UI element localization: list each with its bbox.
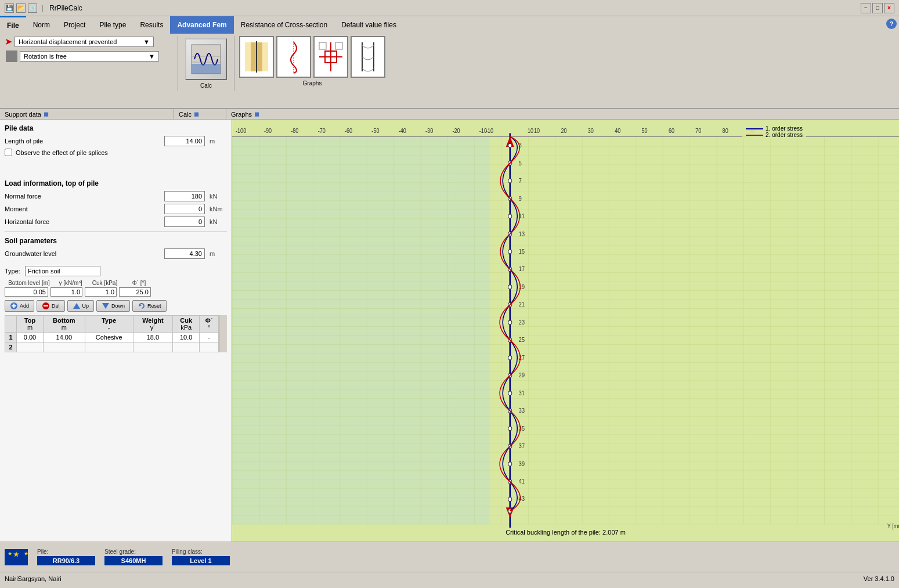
- close-button[interactable]: ×: [884, 3, 894, 13]
- phi-input[interactable]: [119, 287, 151, 297]
- title-bar: 💾 📂 💿 | RrPileCalc − □ ×: [0, 0, 899, 16]
- calc-button[interactable]: [185, 38, 227, 80]
- graph-svg: -100 -90 -80 -70 -60 -50 -40 -30 -20 -10…: [232, 120, 899, 542]
- horizontal-force-input[interactable]: [164, 217, 205, 227]
- horizontal-force-row: Horizontal force kN: [5, 217, 227, 227]
- svg-point-75: [508, 497, 512, 502]
- svg-text:15: 15: [519, 248, 525, 255]
- menu-file[interactable]: File: [0, 16, 26, 34]
- row2-bottom: [43, 342, 85, 352]
- row1-weight: 18.0: [133, 333, 173, 342]
- calc-expand[interactable]: ◼: [194, 110, 199, 118]
- svg-text:10: 10: [534, 128, 540, 135]
- pile-data-title: Pile data: [5, 124, 227, 132]
- piling-status-label: Piling class:: [172, 549, 230, 555]
- normal-force-input[interactable]: [164, 191, 205, 201]
- pile-length-input[interactable]: [164, 136, 205, 146]
- row-num-2: 2: [5, 342, 17, 352]
- col-header-cuk: CukkPa: [173, 316, 200, 333]
- horizontal-displacement-dropdown[interactable]: Horizontal displacement prevented ▼: [15, 37, 154, 47]
- type-select[interactable]: Friction soil Cohesive soil Rock: [25, 266, 100, 276]
- svg-text:-10: -10: [486, 128, 494, 135]
- horizontal-force-unit: kN: [210, 218, 227, 225]
- svg-text:-20: -20: [452, 128, 460, 135]
- legend: 1. order stress 2. order stress: [742, 124, 806, 139]
- graph-area: 1. order stress 2. order stress: [232, 120, 899, 542]
- open-icon[interactable]: 📂: [16, 3, 26, 13]
- moment-input[interactable]: [164, 204, 205, 214]
- groundwater-input[interactable]: [164, 248, 205, 259]
- menu-default-values[interactable]: Default value files: [334, 16, 403, 34]
- graphs-expand[interactable]: ◼: [254, 110, 259, 118]
- svg-point-59: [508, 214, 512, 218]
- row-num-1: 1: [5, 333, 17, 342]
- svg-text:-50: -50: [371, 128, 380, 135]
- delete-row-button[interactable]: Del: [37, 300, 65, 312]
- svg-point-63: [508, 285, 512, 289]
- legend-order1: 1. order stress: [746, 125, 803, 132]
- svg-text:-90: -90: [264, 128, 272, 135]
- table-scrollbar[interactable]: [219, 315, 227, 352]
- menu-norm[interactable]: Norm: [26, 16, 57, 34]
- window-controls[interactable]: − □ ×: [861, 3, 894, 13]
- row2-phi: [200, 342, 219, 352]
- bottom-level-input[interactable]: [5, 287, 48, 297]
- graphs-label: Graphs: [303, 80, 322, 86]
- rotation-dropdown[interactable]: Rotation is free ▼: [20, 51, 159, 62]
- piling-status-section: Piling class: Level 1: [172, 549, 230, 565]
- menu-pile-type[interactable]: Pile type: [92, 16, 133, 34]
- move-down-button[interactable]: Down: [96, 300, 130, 312]
- normal-force-label: Normal force: [5, 193, 160, 200]
- graph-btn-4[interactable]: [351, 36, 385, 78]
- svg-text:25: 25: [519, 337, 525, 344]
- svg-text:17: 17: [519, 266, 525, 273]
- col-header-type: Type-: [85, 316, 133, 333]
- maximize-button[interactable]: □: [872, 3, 883, 13]
- pile-status-value: RR90/6.3: [37, 556, 95, 565]
- groundwater-unit: m: [210, 250, 227, 257]
- bottom-bar: NairiSargsyan, Nairi Ver 3.4.1.0: [0, 572, 899, 585]
- col-header-top: Topm: [17, 316, 44, 333]
- pile-splices-checkbox[interactable]: [5, 149, 12, 156]
- graph-btn-3[interactable]: [313, 36, 348, 78]
- graphs-section-label: Graphs ◼: [226, 109, 264, 119]
- menu-results[interactable]: Results: [133, 16, 170, 34]
- graph-icon-2: [279, 39, 308, 74]
- groundwater-label: Groundwater level: [5, 250, 160, 257]
- support-data-expand[interactable]: ◼: [44, 110, 49, 118]
- type-row: Type: Friction soil Cohesive soil Rock: [5, 266, 227, 276]
- graph-btn-1[interactable]: [239, 36, 274, 78]
- graph-btn-2[interactable]: [276, 36, 311, 78]
- save-icon[interactable]: 💾: [5, 3, 14, 13]
- svg-point-71: [508, 427, 512, 431]
- svg-text:-100: -100: [236, 128, 247, 135]
- reset-button[interactable]: Reset: [132, 300, 167, 312]
- svg-text:70: 70: [695, 128, 702, 135]
- steel-status-value: S460MH: [104, 556, 163, 565]
- cuk-input[interactable]: [85, 287, 117, 297]
- reset-icon: [138, 302, 146, 310]
- svg-text:20: 20: [561, 128, 567, 135]
- minimize-button[interactable]: −: [861, 3, 871, 13]
- add-row-button[interactable]: Add: [5, 300, 34, 312]
- menu-project[interactable]: Project: [57, 16, 92, 34]
- menu-resistance[interactable]: Resistance of Cross-section: [234, 16, 334, 34]
- row1-cuk: 10.0: [173, 333, 200, 342]
- table-row[interactable]: 2: [5, 342, 219, 352]
- disk-icon[interactable]: 💿: [28, 3, 37, 13]
- svg-text:10: 10: [528, 128, 534, 135]
- move-up-button[interactable]: Up: [67, 300, 95, 312]
- svg-point-61: [508, 250, 512, 254]
- svg-rect-12: [335, 42, 342, 49]
- gamma-input[interactable]: [50, 287, 82, 297]
- title-bar-left: 💾 📂 💿 | RrPileCalc: [5, 3, 82, 13]
- help-button[interactable]: ?: [886, 19, 897, 29]
- menu-advanced-fem[interactable]: Advanced Fem: [170, 16, 233, 34]
- main-content: Pile data Length of pile m Observe the e…: [0, 120, 899, 542]
- calc-icon: [189, 42, 223, 77]
- table-row[interactable]: 1 0.00 14.00 Cohesive 18.0 10.0 -: [5, 333, 219, 342]
- title-bar-icons[interactable]: 💾 📂 💿 |: [5, 3, 46, 13]
- svg-text:30: 30: [588, 128, 594, 135]
- row1-phi: -: [200, 333, 219, 342]
- section-label-bar: Support data ◼ Calc ◼ Graphs ◼: [0, 109, 899, 120]
